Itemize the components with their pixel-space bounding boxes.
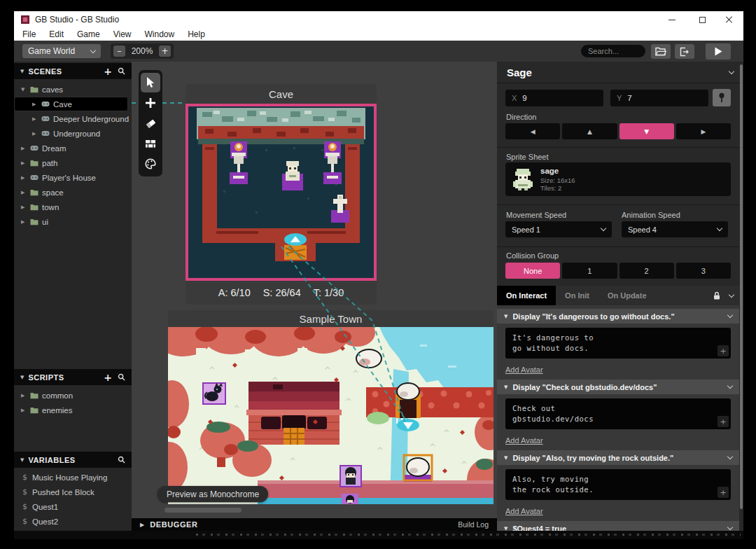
cave-tilemap[interactable] (188, 106, 374, 278)
collapse-icon[interactable]: ▼ (20, 69, 24, 74)
scene-folder-caves[interactable]: ▼ caves (14, 82, 132, 97)
expand-icon[interactable]: ▶ (21, 190, 27, 195)
search-input[interactable] (581, 45, 645, 57)
scene-card-cave[interactable]: Cave (186, 84, 377, 305)
scene-item-cave[interactable]: ▶ Cave (14, 97, 128, 111)
actor-player[interactable] (340, 466, 361, 487)
actor-clipped[interactable] (342, 494, 358, 504)
scene-item-deeper-underground[interactable]: ▶ Deeper Underground (14, 111, 132, 126)
menu-game[interactable]: Game (77, 29, 100, 39)
collapse-icon[interactable]: ▼ (20, 375, 24, 380)
scenes-section-header[interactable]: ▼ SCENES + (14, 63, 132, 79)
preview-monochrome-button[interactable]: Preview as Monochrome (158, 486, 268, 502)
pin-to-screen-button[interactable] (713, 89, 731, 106)
actor-bridge-door[interactable] (396, 383, 421, 418)
direction-right-button[interactable]: ▶ (676, 123, 731, 139)
animation-speed-select[interactable]: Speed 4 (622, 221, 728, 237)
eraser-tool-button[interactable] (141, 113, 160, 133)
build-log-button[interactable]: Build Log (458, 520, 489, 529)
scene-folder-path[interactable]: ▶ path (14, 155, 132, 170)
expand-icon[interactable]: ▶ (32, 102, 38, 107)
actor-header[interactable]: Sage (497, 62, 743, 83)
export-button[interactable] (675, 44, 694, 59)
tab-on-init[interactable]: On Init (556, 286, 598, 305)
dialogue-textarea[interactable]: Check out gbstudio.dev/docs + (505, 398, 731, 429)
direction-down-button[interactable]: ▼ (620, 123, 674, 139)
chevron-down-icon[interactable] (727, 524, 733, 530)
movement-speed-select[interactable]: Speed 1 (505, 221, 612, 237)
collision-3-button[interactable]: 3 (676, 263, 731, 279)
expand-icon[interactable]: ▶ (21, 146, 27, 151)
collisions-tool-button[interactable] (141, 134, 160, 153)
open-project-button[interactable] (651, 44, 671, 59)
event-header-set-variable[interactable]: ▼ $Quest4 = true (497, 521, 739, 531)
search-icon[interactable] (118, 67, 125, 75)
scene-title-sample-town[interactable]: Sample Town (168, 310, 493, 327)
add-scene-button[interactable]: + (104, 66, 112, 77)
chevron-down-icon[interactable] (727, 383, 733, 389)
dialogue-textarea[interactable]: It's dangerous to go without docs. + (505, 328, 731, 359)
horizontal-scrollbar[interactable] (164, 508, 241, 513)
collapse-icon[interactable]: ▼ (504, 455, 507, 461)
expand-icon[interactable]: ▶ (32, 116, 38, 122)
collapse-icon[interactable]: ▼ (504, 314, 507, 319)
collision-1-button[interactable]: 1 (562, 263, 617, 279)
chevron-down-icon[interactable] (729, 291, 734, 297)
variable-item[interactable]: $ Quest2 (14, 514, 132, 529)
collision-2-button[interactable]: 2 (620, 263, 674, 279)
x-coordinate-field[interactable]: X 9 (505, 90, 603, 106)
run-button[interactable] (706, 43, 731, 60)
add-text-button[interactable]: + (718, 487, 729, 498)
scene-item-underground[interactable]: ▶ Underground (14, 126, 132, 141)
expand-icon[interactable]: ▶ (21, 160, 27, 166)
debugger-bar[interactable]: ▶ DEBUGGER Build Log (132, 518, 497, 531)
add-avatar-link[interactable]: Add Avatar (505, 366, 543, 374)
tab-on-interact[interactable]: On Interact (497, 286, 556, 305)
event-header-display-3[interactable]: ▼ Display "Also, try moving the rock out… (497, 450, 739, 465)
menu-view[interactable]: View (113, 29, 132, 39)
y-coordinate-field[interactable]: Y 7 (610, 90, 708, 106)
collapse-icon[interactable]: ▼ (504, 526, 507, 531)
close-button[interactable] (717, 11, 741, 28)
menu-file[interactable]: File (22, 29, 36, 39)
dialogue-textarea[interactable]: Also, try moving the rock outside. + (505, 469, 731, 500)
scene-folder-ui[interactable]: ▶ ui (14, 214, 132, 229)
actor-cat[interactable] (203, 383, 225, 404)
chevron-down-icon[interactable] (727, 454, 733, 459)
menu-edit[interactable]: Edit (49, 29, 64, 39)
world-canvas[interactable]: Cave (132, 62, 497, 518)
view-mode-select[interactable]: Game World (22, 44, 101, 58)
expand-icon[interactable]: ▶ (32, 131, 38, 137)
add-avatar-link[interactable]: Add Avatar (505, 507, 543, 515)
add-tool-button[interactable] (141, 93, 160, 113)
variable-item[interactable]: $ Quest1 (14, 499, 132, 514)
trigger-cave-exit[interactable] (284, 233, 307, 260)
trigger-town-entrance[interactable] (397, 419, 419, 431)
scripts-section-header[interactable]: ▼ SCRIPTS + (14, 369, 132, 385)
search-icon[interactable] (118, 373, 125, 381)
event-header-display-2[interactable]: ▼ Display "Check out gbstudio.dev/docs" (497, 380, 739, 394)
chevron-down-icon[interactable] (727, 312, 733, 318)
expand-icon[interactable]: ▶ (21, 408, 27, 413)
script-folder-common[interactable]: ▶ common (14, 388, 132, 403)
variable-item[interactable]: $ Music House Playing (14, 470, 132, 485)
add-text-button[interactable]: + (718, 416, 729, 427)
expand-icon[interactable]: ▶ (21, 219, 27, 225)
lock-icon[interactable] (713, 291, 721, 300)
menu-help[interactable]: Help (188, 29, 205, 39)
collapse-icon[interactable]: ▼ (20, 457, 24, 463)
expand-icon[interactable]: ▶ (21, 204, 27, 210)
direction-up-button[interactable]: ▲ (562, 123, 617, 139)
collision-none-button[interactable]: None (505, 263, 560, 279)
add-text-button[interactable]: + (718, 345, 729, 356)
add-script-button[interactable]: + (104, 372, 112, 383)
town-tilemap[interactable] (168, 327, 493, 504)
scene-folder-space[interactable]: ▶ space (14, 185, 132, 200)
expand-icon[interactable]: ▶ (21, 175, 27, 181)
actor-cloud-rock[interactable] (356, 349, 382, 368)
collapse-icon[interactable]: ▼ (21, 87, 27, 92)
expand-icon[interactable]: ▶ (140, 522, 144, 528)
direction-left-button[interactable]: ◀ (505, 123, 560, 139)
tab-on-update[interactable]: On Update (598, 286, 656, 305)
menu-window[interactable]: Window (145, 29, 175, 39)
